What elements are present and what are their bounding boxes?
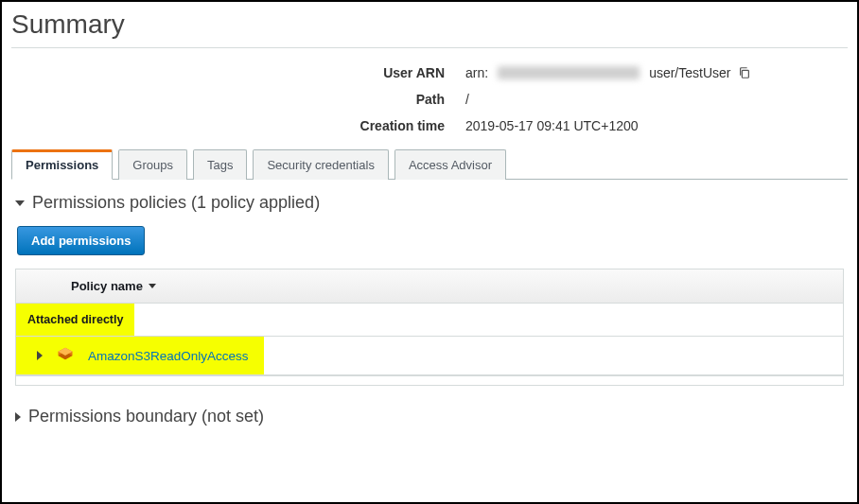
managed-policy-icon xyxy=(56,346,75,365)
policy-name-column-header[interactable]: Policy name xyxy=(16,269,843,304)
policy-row[interactable]: AmazonS3ReadOnlyAccess xyxy=(16,337,264,374)
policy-name-column-label: Policy name xyxy=(71,279,143,293)
arn-suffix: user/TestUser xyxy=(649,65,730,80)
expand-row-icon[interactable] xyxy=(37,351,43,360)
divider xyxy=(11,47,848,48)
page-title: Summary xyxy=(11,8,848,47)
tab-groups[interactable]: Groups xyxy=(118,149,187,180)
sort-desc-icon xyxy=(149,284,156,288)
add-permissions-button[interactable]: Add permissions xyxy=(17,226,145,255)
svg-rect-0 xyxy=(743,70,749,78)
tabs: Permissions Groups Tags Security credent… xyxy=(11,148,848,180)
copy-icon[interactable] xyxy=(738,66,751,79)
tab-tags[interactable]: Tags xyxy=(193,149,247,180)
user-arn-value: arn: user/TestUser xyxy=(465,65,848,80)
user-meta: User ARN arn: user/TestUser Path / Creat… xyxy=(11,65,848,133)
tab-permissions[interactable]: Permissions xyxy=(11,149,113,180)
policy-table: Policy name Attached directly xyxy=(15,269,844,386)
permissions-boundary-toggle[interactable]: Permissions boundary (not set) xyxy=(15,407,844,426)
table-spacer xyxy=(16,375,843,385)
tab-security-credentials[interactable]: Security credentials xyxy=(253,149,388,180)
creation-time-label: Creation time xyxy=(11,118,465,133)
permissions-boundary-heading: Permissions boundary (not set) xyxy=(28,407,264,426)
policy-name-link[interactable]: AmazonS3ReadOnlyAccess xyxy=(88,349,249,363)
path-label: Path xyxy=(11,92,465,107)
arn-redacted xyxy=(498,66,640,79)
caret-right-icon xyxy=(15,412,21,422)
arn-prefix: arn: xyxy=(465,65,488,80)
path-value: / xyxy=(465,92,848,107)
tab-access-advisor[interactable]: Access Advisor xyxy=(394,149,506,180)
permissions-policies-heading: Permissions policies (1 policy applied) xyxy=(32,193,320,213)
permissions-policies-toggle[interactable]: Permissions policies (1 policy applied) xyxy=(15,193,844,213)
caret-down-icon xyxy=(15,200,25,206)
group-attached-directly: Attached directly xyxy=(16,304,134,336)
creation-time-value: 2019-05-17 09:41 UTC+1200 xyxy=(465,118,848,133)
user-arn-label: User ARN xyxy=(11,65,465,80)
